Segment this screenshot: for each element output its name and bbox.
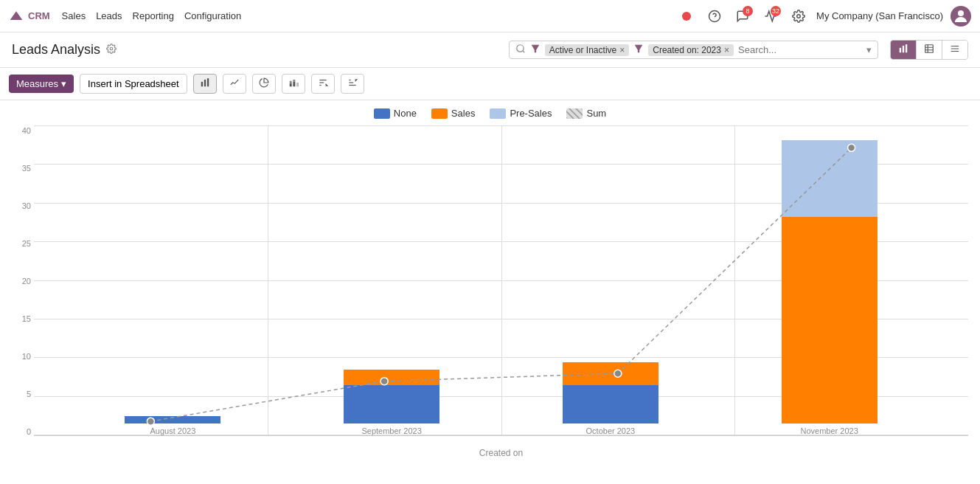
bar-group-november: November 2023 — [782, 140, 878, 435]
nav-configuration[interactable]: Configuration — [184, 10, 241, 21]
svg-line-8 — [523, 51, 525, 53]
svg-point-4 — [797, 14, 801, 18]
filter-active-inactive-remove[interactable]: × — [619, 45, 625, 55]
svg-rect-13 — [906, 44, 907, 52]
filter-created-on-remove[interactable]: × — [724, 45, 729, 55]
svg-point-6 — [110, 47, 113, 50]
status-dot-icon[interactable] — [676, 6, 697, 27]
svg-point-1 — [682, 12, 691, 21]
svg-rect-23 — [207, 78, 209, 86]
legend-none-label: None — [394, 108, 417, 119]
nav-links: Sales Leads Reporting Configuration — [62, 10, 242, 21]
chart-toolbar: Measures ▾ Insert in Spreadsheet — [0, 68, 980, 100]
insert-spreadsheet-button[interactable]: Insert in Spreadsheet — [80, 74, 187, 94]
x-axis-title: Created on — [34, 448, 968, 458]
sort-desc-icon-button[interactable] — [341, 74, 364, 94]
bar-none-october — [563, 385, 658, 424]
pie-chart-icon-button[interactable] — [252, 74, 276, 94]
svg-point-5 — [958, 10, 964, 16]
bars-container: August 2023 September 2023 — [34, 126, 968, 435]
legend-sales-label: Sales — [451, 108, 476, 119]
bar-chart-icon-button[interactable] — [193, 74, 217, 94]
top-right-actions: 8 32 My Company (San Francisco) — [676, 6, 971, 27]
svg-marker-10 — [635, 45, 643, 53]
view-type-buttons — [890, 40, 968, 60]
page-title-area: Leads Analysis — [12, 42, 117, 58]
bar-stack-october — [563, 362, 658, 424]
search-icon — [515, 44, 526, 56]
filter-created-on[interactable]: Created on: 2023 × — [648, 44, 734, 56]
bar-stack-november — [782, 140, 878, 424]
y-label-30: 30 — [12, 201, 34, 210]
measures-dropdown-icon: ▾ — [61, 78, 66, 89]
bar-label-august: August 2023 — [150, 426, 195, 435]
filter-created-on-label: Created on: 2023 — [653, 45, 721, 55]
y-label-0: 0 — [12, 427, 34, 436]
chat-icon[interactable]: 8 — [732, 6, 753, 27]
chart-legend: None Sales Pre-Sales Sum — [12, 108, 968, 119]
settings-icon[interactable] — [788, 6, 809, 27]
svg-rect-27 — [293, 80, 295, 82]
legend-pre-sales-color — [490, 108, 506, 119]
filter-funnel-icon-2 — [633, 44, 644, 56]
y-label-10: 10 — [12, 352, 34, 361]
svg-rect-26 — [293, 82, 295, 86]
svg-marker-0 — [10, 11, 23, 20]
sort-asc-icon-button[interactable] — [311, 74, 335, 94]
nav-leads[interactable]: Leads — [96, 10, 122, 21]
bar-sales-november — [782, 217, 878, 424]
legend-sum: Sum — [566, 108, 606, 119]
nav-sales[interactable]: Sales — [62, 10, 86, 21]
table-view-button[interactable] — [917, 41, 942, 59]
bar-stack-september — [344, 370, 439, 424]
bar-group-august: August 2023 — [125, 416, 220, 435]
company-name: My Company (San Francisco) — [816, 10, 943, 21]
user-avatar[interactable] — [951, 6, 971, 27]
legend-sum-label: Sum — [586, 108, 606, 119]
chart-inner: August 2023 September 2023 — [34, 126, 968, 436]
y-label-25: 25 — [12, 239, 34, 248]
page-title: Leads Analysis — [12, 42, 100, 58]
legend-pre-sales: Pre-Sales — [490, 108, 552, 119]
legend-none: None — [374, 108, 417, 119]
svg-rect-25 — [289, 81, 291, 84]
svg-rect-12 — [903, 46, 904, 52]
bar-group-september: September 2023 — [344, 370, 439, 435]
brand-name: CRM — [28, 10, 50, 21]
activity-icon[interactable]: 32 — [760, 6, 781, 27]
line-chart-icon-button[interactable] — [223, 74, 246, 94]
bar-chart-view-button[interactable] — [891, 41, 917, 59]
legend-sum-color — [566, 108, 583, 119]
y-label-15: 15 — [12, 314, 34, 323]
search-input[interactable] — [738, 44, 862, 55]
legend-pre-sales-label: Pre-Sales — [510, 108, 552, 119]
stacked-bar-icon-button[interactable] — [282, 74, 305, 94]
svg-rect-24 — [289, 83, 291, 86]
chat-badge: 8 — [743, 6, 753, 16]
svg-rect-28 — [296, 83, 299, 86]
legend-none-color — [374, 108, 390, 119]
bar-none-september — [344, 385, 439, 424]
bar-label-november: November 2023 — [800, 426, 858, 435]
search-bar: Active or Inactive × Created on: 2023 × … — [509, 41, 878, 59]
svg-rect-22 — [204, 80, 205, 86]
svg-rect-21 — [201, 82, 202, 86]
list-view-button[interactable] — [942, 41, 967, 59]
svg-point-7 — [517, 45, 524, 52]
filter-funnel-icon — [530, 44, 541, 56]
svg-rect-11 — [900, 48, 901, 52]
nav-reporting[interactable]: Reporting — [133, 10, 174, 21]
page-header: Leads Analysis Active or Inactive × Crea… — [0, 32, 980, 68]
support-icon[interactable] — [704, 6, 725, 27]
filter-active-inactive[interactable]: Active or Inactive × — [545, 44, 629, 56]
measures-button[interactable]: Measures ▾ — [9, 75, 74, 93]
brand-logo[interactable]: CRM — [9, 9, 50, 24]
svg-marker-9 — [532, 45, 540, 53]
y-label-20: 20 — [12, 277, 34, 286]
page-settings-icon[interactable] — [106, 42, 117, 58]
legend-sales: Sales — [431, 108, 476, 119]
search-dropdown-arrow[interactable]: ▾ — [866, 44, 872, 55]
filter-active-inactive-label: Active or Inactive — [549, 45, 616, 55]
insert-spreadsheet-label: Insert in Spreadsheet — [88, 78, 179, 89]
bar-pre-sales-november — [782, 140, 878, 217]
